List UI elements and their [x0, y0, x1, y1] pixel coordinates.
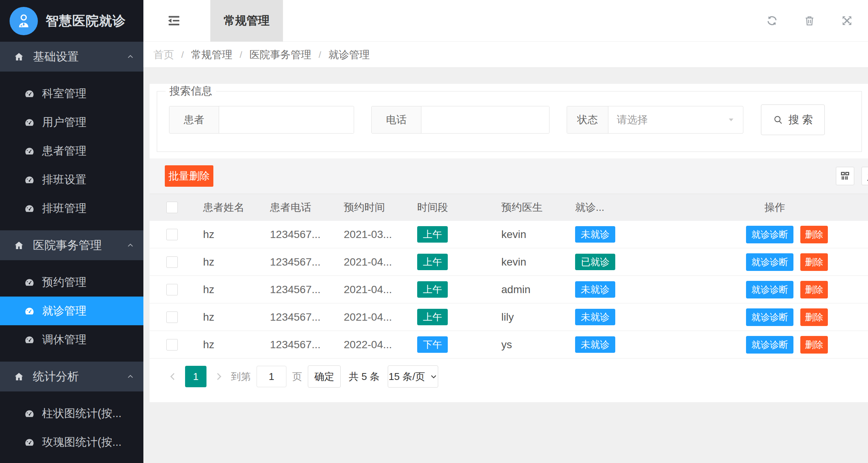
- diagnose-button[interactable]: 就诊诊断: [746, 281, 793, 298]
- status-select[interactable]: 请选择: [608, 106, 743, 133]
- sidebar-section-basic-settings[interactable]: 基础设置: [0, 42, 143, 72]
- export-icon: [865, 170, 868, 182]
- column-header-time-period: 时间段: [417, 201, 501, 214]
- sidebar-item-label: 患者管理: [42, 143, 86, 159]
- chevron-right-icon[interactable]: [212, 370, 225, 383]
- total-count-label: 共 5 条: [349, 370, 380, 383]
- breadcrumb-separator: /: [319, 49, 321, 60]
- page-size-select[interactable]: 15 条/页: [388, 365, 438, 388]
- current-page-button[interactable]: 1: [185, 366, 206, 387]
- gauge-icon: [24, 277, 35, 288]
- gauge-icon: [24, 334, 35, 345]
- search-button-label: 搜 索: [788, 112, 813, 127]
- chevron-up-icon: [127, 241, 134, 249]
- sidebar-item-rose-chart-stats[interactable]: 玫瑰图统计(按...: [0, 428, 143, 456]
- sidebar-item-bar-chart-stats[interactable]: 柱状图统计(按...: [0, 399, 143, 428]
- batch-delete-button[interactable]: 批量删除: [165, 165, 213, 187]
- breadcrumb-hospital-affairs[interactable]: 医院事务管理: [249, 48, 311, 62]
- columns-filter-button[interactable]: [836, 167, 854, 185]
- sidebar-item-label: 排班设置: [42, 172, 86, 187]
- sidebar-item-appointment-mgmt[interactable]: 预约管理: [0, 268, 143, 297]
- cell-doctor: ys: [501, 339, 575, 351]
- cell-patient-phone: 1234567...: [270, 228, 344, 241]
- collapse-icon: [166, 13, 182, 29]
- tab-label: 常规管理: [224, 13, 270, 29]
- sidebar-item-department-mgmt[interactable]: 科室管理: [0, 79, 143, 108]
- sidebar-item-label: 玫瑰图统计(按...: [42, 435, 122, 450]
- status-field-label: 状态: [567, 106, 608, 133]
- cell-appointment-time: 2021-04...: [344, 284, 417, 296]
- row-checkbox[interactable]: [166, 256, 178, 268]
- gauge-icon: [24, 408, 35, 419]
- row-checkbox[interactable]: [166, 284, 178, 295]
- search-form-row: 患者 电话 状态 请选择: [169, 104, 861, 135]
- sidebar-group-statistics: 柱状图统计(按... 玫瑰图统计(按...: [0, 391, 143, 463]
- delete-button[interactable]: 删除: [800, 336, 828, 354]
- home-icon: [14, 372, 24, 382]
- chevron-left-icon[interactable]: [166, 370, 179, 383]
- phone-input[interactable]: [421, 106, 549, 133]
- delete-button[interactable]: 删除: [800, 308, 828, 326]
- sidebar-item-visit-mgmt[interactable]: 就诊管理: [0, 297, 143, 325]
- diagnose-button[interactable]: 就诊诊断: [746, 226, 793, 243]
- sidebar-item-user-mgmt[interactable]: 用户管理: [0, 108, 143, 137]
- sidebar-item-shift-settings[interactable]: 排班设置: [0, 165, 143, 194]
- fullscreen-icon[interactable]: [840, 14, 853, 27]
- patient-input[interactable]: [219, 106, 354, 133]
- delete-button[interactable]: 删除: [800, 253, 828, 271]
- cell-patient-phone: 1234567...: [270, 284, 344, 296]
- diagnose-button[interactable]: 就诊诊断: [746, 253, 793, 271]
- sidebar-item-label: 调休管理: [42, 332, 86, 347]
- cell-appointment-time: 2021-03...: [344, 228, 417, 241]
- row-checkbox[interactable]: [166, 311, 178, 323]
- sidebar-item-label: 排班管理: [42, 201, 86, 216]
- goto-page-input[interactable]: [257, 366, 286, 387]
- table-row: hz 1234567... 2022-04... 下午 ys 未就诊 就诊诊断 …: [150, 331, 868, 359]
- period-badge: 下午: [417, 336, 448, 353]
- table-row: hz 1234567... 2021-04... 上午 lily 未就诊 就诊诊…: [150, 303, 868, 331]
- sidebar-item-shift-mgmt[interactable]: 排班管理: [0, 194, 143, 223]
- cell-patient-phone: 1234567...: [270, 311, 344, 323]
- sidebar-section-hospital-affairs[interactable]: 医院事务管理: [0, 230, 143, 260]
- gauge-icon: [24, 306, 35, 316]
- breadcrumb-visit-mgmt[interactable]: 就诊管理: [328, 48, 370, 62]
- diagnose-button[interactable]: 就诊诊断: [746, 336, 793, 354]
- gauge-icon: [24, 174, 35, 185]
- export-button[interactable]: [861, 167, 868, 185]
- app-title: 智慧医院就诊: [46, 12, 126, 30]
- doctor-icon: [10, 7, 38, 35]
- breadcrumb-regular-mgmt[interactable]: 常规管理: [191, 48, 232, 62]
- column-header-actions: 操作: [746, 201, 868, 214]
- trash-icon[interactable]: [803, 14, 816, 27]
- tab-regular-management[interactable]: 常规管理: [210, 0, 283, 42]
- breadcrumb-home[interactable]: 首页: [153, 48, 174, 62]
- sidebar-item-patient-mgmt[interactable]: 患者管理: [0, 137, 143, 165]
- diagnose-button[interactable]: 就诊诊断: [746, 308, 793, 326]
- topbar-actions: [766, 14, 853, 27]
- breadcrumb-separator: /: [240, 49, 242, 60]
- sidebar-section-statistics[interactable]: 统计分析: [0, 362, 143, 391]
- delete-button[interactable]: 删除: [800, 281, 828, 298]
- patient-field-group: 患者: [169, 106, 354, 134]
- breadcrumb: 首页 / 常规管理 / 医院事务管理 / 就诊管理: [143, 42, 868, 68]
- confirm-page-button[interactable]: 确定: [308, 365, 341, 388]
- search-button[interactable]: 搜 索: [761, 104, 825, 135]
- select-all-checkbox[interactable]: [166, 202, 178, 213]
- row-checkbox[interactable]: [166, 339, 178, 351]
- collapse-sidebar-button[interactable]: [165, 12, 183, 29]
- delete-button[interactable]: 删除: [800, 226, 828, 243]
- sidebar-section-label: 基础设置: [33, 49, 79, 65]
- page-size-value: 15 条/页: [388, 370, 425, 383]
- columns-filter-icon: [839, 170, 851, 182]
- sidebar-item-leave-mgmt[interactable]: 调休管理: [0, 325, 143, 354]
- status-badge: 已就诊: [575, 254, 615, 270]
- refresh-icon[interactable]: [766, 14, 779, 27]
- status-badge: 未就诊: [575, 226, 615, 243]
- cell-appointment-time: 2021-04...: [344, 256, 417, 268]
- column-header-patient-name: 患者姓名: [203, 201, 270, 214]
- row-checkbox[interactable]: [166, 229, 178, 240]
- cell-patient-name: hz: [203, 311, 270, 323]
- cell-patient-phone: 1234567...: [270, 339, 344, 351]
- sidebar-item-label: 就诊管理: [42, 303, 86, 319]
- search-icon: [773, 114, 783, 125]
